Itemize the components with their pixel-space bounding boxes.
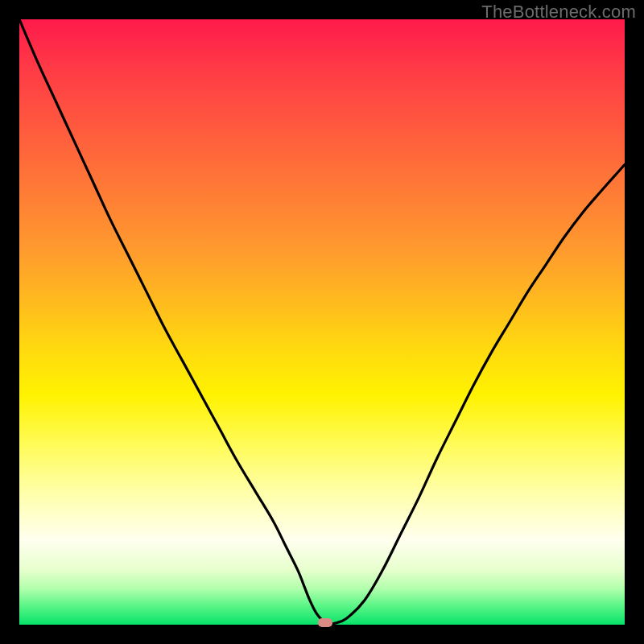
plot-area	[19, 19, 625, 625]
optimum-marker	[318, 618, 332, 627]
chart-frame: TheBottleneck.com	[0, 0, 644, 644]
bottleneck-curve	[19, 19, 625, 625]
watermark-text: TheBottleneck.com	[481, 2, 636, 23]
